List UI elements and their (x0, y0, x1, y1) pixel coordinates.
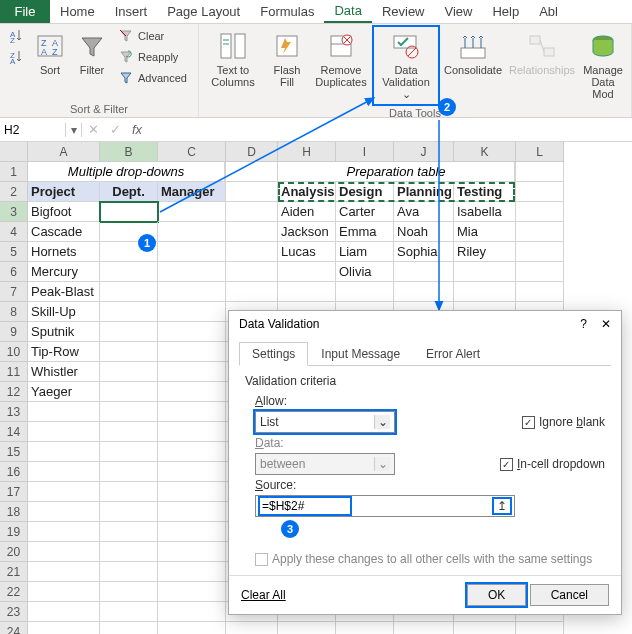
cell-B3[interactable] (100, 202, 158, 222)
row-header[interactable]: 20 (0, 542, 28, 562)
cell-A19[interactable] (28, 522, 100, 542)
row-header[interactable]: 18 (0, 502, 28, 522)
ok-button[interactable]: OK (467, 584, 526, 606)
filter-button[interactable]: Filter (72, 26, 112, 80)
cell-D2[interactable] (226, 182, 278, 202)
column-header-L[interactable]: L (516, 142, 564, 162)
cell-B18[interactable] (100, 502, 158, 522)
cell-A12[interactable]: Yaeger (28, 382, 100, 402)
text-to-columns-button[interactable]: Text to Columns (203, 26, 263, 92)
cell-A23[interactable] (28, 602, 100, 622)
cell-H7[interactable] (278, 282, 336, 302)
reapply-button[interactable]: Reapply (114, 47, 191, 67)
column-header-H[interactable]: H (278, 142, 336, 162)
cell-A4[interactable]: Cascade (28, 222, 100, 242)
cell-K3[interactable]: Isabella (454, 202, 516, 222)
cell-B17[interactable] (100, 482, 158, 502)
row-header[interactable]: 11 (0, 362, 28, 382)
sort-desc-button[interactable]: ZA (4, 47, 28, 67)
cell-L24[interactable] (516, 622, 564, 634)
cell-C9[interactable] (158, 322, 226, 342)
row-header[interactable]: 1 (0, 162, 28, 182)
cell-I2[interactable]: Design (336, 182, 394, 202)
row-header[interactable]: 21 (0, 562, 28, 582)
manage-data-model-button[interactable]: Manage Data Mod (579, 26, 627, 104)
cell-A13[interactable] (28, 402, 100, 422)
cell-H5[interactable]: Lucas (278, 242, 336, 262)
cell-C23[interactable] (158, 602, 226, 622)
cell-C6[interactable] (158, 262, 226, 282)
file-tab[interactable]: File (0, 0, 50, 23)
data-validation-button[interactable]: Data Validation ⌄ (373, 26, 439, 105)
cell-B8[interactable] (100, 302, 158, 322)
cell-C20[interactable] (158, 542, 226, 562)
clear-filter-button[interactable]: Clear (114, 26, 191, 46)
column-header-C[interactable]: C (158, 142, 226, 162)
row-header[interactable]: 23 (0, 602, 28, 622)
cell-K5[interactable]: Riley (454, 242, 516, 262)
cell-B19[interactable] (100, 522, 158, 542)
cell-C13[interactable] (158, 402, 226, 422)
cell-J2[interactable]: Planning (394, 182, 454, 202)
tab-pagelayout[interactable]: Page Layout (157, 0, 250, 23)
cell-D6[interactable] (226, 262, 278, 282)
column-header-A[interactable]: A (28, 142, 100, 162)
tab-data[interactable]: Data (324, 0, 371, 23)
cell-A21[interactable] (28, 562, 100, 582)
row-header[interactable]: 10 (0, 342, 28, 362)
tab-help[interactable]: Help (482, 0, 529, 23)
column-header-I[interactable]: I (336, 142, 394, 162)
flash-fill-button[interactable]: Flash Fill (265, 26, 309, 92)
ignore-blank-checkbox[interactable]: ✓Ignore blank (522, 415, 605, 429)
cell-A24[interactable] (28, 622, 100, 634)
cell-H2[interactable]: Analysis (278, 182, 336, 202)
source-input[interactable] (260, 498, 350, 514)
cell-J3[interactable]: Ava (394, 202, 454, 222)
row-header[interactable]: 7 (0, 282, 28, 302)
clear-all-button[interactable]: Clear All (241, 588, 286, 602)
accept-formula-button[interactable]: ✓ (104, 122, 126, 137)
dialog-tab-settings[interactable]: Settings (239, 342, 308, 366)
dialog-tab-error-alert[interactable]: Error Alert (413, 342, 493, 366)
cell-L3[interactable] (516, 202, 564, 222)
column-header-K[interactable]: K (454, 142, 516, 162)
cell-L4[interactable] (516, 222, 564, 242)
cell-K7[interactable] (454, 282, 516, 302)
cell-B24[interactable] (100, 622, 158, 634)
cell-K24[interactable] (454, 622, 516, 634)
row-header[interactable]: 3 (0, 202, 28, 222)
row-header[interactable]: 15 (0, 442, 28, 462)
cell-B6[interactable] (100, 262, 158, 282)
dialog-close-button[interactable]: ✕ (601, 317, 611, 331)
cell-L7[interactable] (516, 282, 564, 302)
tab-ablebits[interactable]: Abl (529, 0, 568, 23)
tab-view[interactable]: View (435, 0, 483, 23)
row-header[interactable]: 9 (0, 322, 28, 342)
cell-A10[interactable]: Tip-Row (28, 342, 100, 362)
cell-I7[interactable] (336, 282, 394, 302)
relationships-button[interactable]: Relationships (507, 26, 577, 80)
cell-C3[interactable] (158, 202, 226, 222)
cell-A18[interactable] (28, 502, 100, 522)
cell-A6[interactable]: Mercury (28, 262, 100, 282)
dialog-help-button[interactable]: ? (580, 317, 587, 331)
cell-A22[interactable] (28, 582, 100, 602)
cell-A7[interactable]: Peak-Blast (28, 282, 100, 302)
cell-B22[interactable] (100, 582, 158, 602)
cell-B9[interactable] (100, 322, 158, 342)
row-header[interactable]: 12 (0, 382, 28, 402)
row-header[interactable]: 24 (0, 622, 28, 634)
cell-L6[interactable] (516, 262, 564, 282)
cell-B14[interactable] (100, 422, 158, 442)
cell-B16[interactable] (100, 462, 158, 482)
tab-home[interactable]: Home (50, 0, 105, 23)
cell-I3[interactable]: Carter (336, 202, 394, 222)
remove-duplicates-button[interactable]: Remove Duplicates (311, 26, 371, 92)
cell-K2[interactable]: Testing (454, 182, 516, 202)
cell-B12[interactable] (100, 382, 158, 402)
cell-C14[interactable] (158, 422, 226, 442)
cell-C17[interactable] (158, 482, 226, 502)
cell-J24[interactable] (394, 622, 454, 634)
consolidate-button[interactable]: Consolidate (441, 26, 505, 80)
cell-C22[interactable] (158, 582, 226, 602)
